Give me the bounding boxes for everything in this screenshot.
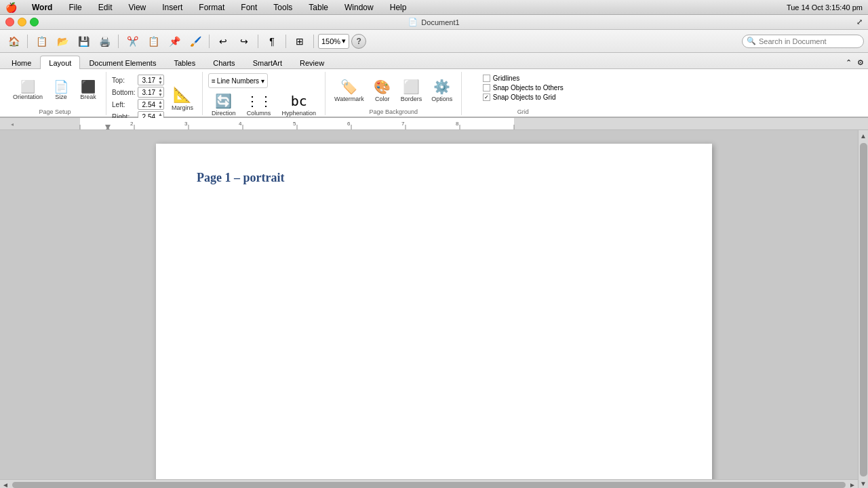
- hscroll-thumb[interactable]: [12, 482, 846, 488]
- copy-btn[interactable]: 📋: [144, 33, 163, 50]
- apple-menu[interactable]: 🍎: [5, 2, 17, 13]
- snap-grid-checkbox[interactable]: ✓: [483, 94, 490, 101]
- bottom-down-spinner[interactable]: ▼: [157, 92, 163, 97]
- hyphenation-btn[interactable]: bc Hyphenation: [279, 91, 320, 119]
- ribbon-prefs-btn[interactable]: ⚙: [856, 57, 865, 68]
- window-controls[interactable]: [5, 18, 39, 26]
- top-down-spinner[interactable]: ▼: [157, 80, 163, 85]
- vertical-scrollbar[interactable]: ▲ ▼: [858, 130, 868, 488]
- ribbon-group-margins: Top: 3.17 ▲ ▼ Bottom:: [106, 72, 203, 115]
- tab-review[interactable]: Review: [291, 56, 333, 69]
- bottom-up-spinner[interactable]: ▲: [157, 87, 163, 92]
- search-box[interactable]: 🔍: [742, 35, 864, 48]
- help-btn[interactable]: ?: [351, 34, 366, 49]
- watermark-btn[interactable]: 🏷️ Watermark: [331, 77, 368, 104]
- menu-tools[interactable]: Tools: [269, 2, 296, 13]
- left-label: Left:: [112, 101, 136, 108]
- color-icon: 🎨: [374, 79, 391, 95]
- options-icon: ⚙️: [433, 79, 450, 95]
- menu-format[interactable]: Format: [195, 2, 229, 13]
- zoom-dropdown-icon[interactable]: ▾: [342, 37, 346, 45]
- menu-font[interactable]: Font: [237, 2, 261, 13]
- ruler: ◂ 2 3 4 5 6 7 8: [0, 118, 868, 130]
- left-up-spinner[interactable]: ▲: [157, 100, 163, 104]
- watermark-icon: 🏷️: [340, 79, 357, 95]
- menu-edit[interactable]: Edit: [94, 2, 117, 13]
- options-btn[interactable]: ⚙️ Options: [428, 77, 456, 104]
- document-page[interactable]: Page 1 – portrait: [156, 144, 712, 488]
- menu-help[interactable]: Help: [386, 2, 411, 13]
- collapse-ribbon-btn[interactable]: ⌃: [844, 57, 853, 68]
- direction-icon: 🔄: [215, 93, 232, 109]
- indent-btn[interactable]: ⊞: [290, 33, 309, 50]
- orientation-btn[interactable]: ⬜ Orientation: [9, 79, 46, 102]
- scroll-right-btn[interactable]: ►: [847, 479, 858, 489]
- columns-btn[interactable]: ⋮⋮ Columns: [242, 91, 276, 119]
- search-input[interactable]: [759, 37, 854, 45]
- document-title: Document1: [421, 18, 459, 26]
- line-numbers-btn[interactable]: ≡ Line Numbers ▾: [208, 73, 268, 88]
- menu-file[interactable]: File: [64, 2, 85, 13]
- color-btn[interactable]: 🎨 Color: [370, 77, 395, 104]
- scroll-down-btn[interactable]: ▼: [858, 478, 868, 488]
- break-btn[interactable]: ⬛ Break: [76, 79, 100, 102]
- open-btn[interactable]: 📂: [53, 33, 72, 50]
- left-down-spinner[interactable]: ▼: [157, 104, 163, 109]
- tab-layout[interactable]: Layout: [40, 56, 80, 69]
- top-margin-row: Top: 3.17 ▲ ▼: [112, 75, 164, 85]
- search-icon: 🔍: [747, 37, 756, 45]
- scroll-thumb[interactable]: [860, 143, 867, 476]
- margins-btn[interactable]: 📐 Margins: [168, 84, 197, 113]
- scroll-up-btn[interactable]: ▲: [858, 130, 868, 142]
- cut-btn[interactable]: ✂️: [123, 33, 142, 50]
- menu-insert[interactable]: Insert: [158, 2, 186, 13]
- undo-btn[interactable]: ↩: [214, 33, 233, 50]
- top-up-spinner[interactable]: ▲: [157, 75, 163, 80]
- maximize-button[interactable]: [30, 18, 39, 26]
- home-btn[interactable]: 🏠: [4, 33, 23, 50]
- bottom-margin-input[interactable]: 3.17 ▲ ▼: [138, 87, 164, 98]
- scroll-left-btn[interactable]: ◄: [0, 479, 11, 489]
- save-btn[interactable]: 💾: [74, 33, 93, 50]
- new-btn[interactable]: 📋: [32, 33, 51, 50]
- top-margin-input[interactable]: 3.17 ▲ ▼: [138, 75, 164, 85]
- menu-word[interactable]: Word: [28, 2, 56, 13]
- right-up-spinner[interactable]: ▲: [157, 112, 163, 117]
- tab-smartart[interactable]: SmartArt: [244, 56, 291, 69]
- horizontal-scrollbar[interactable]: ◄ ►: [0, 479, 858, 488]
- close-button[interactable]: [5, 18, 14, 26]
- menu-view[interactable]: View: [124, 2, 150, 13]
- menu-table[interactable]: Table: [304, 2, 332, 13]
- window-resize-btn[interactable]: ⤢: [856, 18, 863, 26]
- paste-btn[interactable]: 📌: [165, 33, 184, 50]
- format-painter-btn[interactable]: 🖌️: [186, 33, 205, 50]
- ribbon-group-page-background: 🏷️ Watermark 🎨 Color ⬜ Borders ⚙️ Option…: [326, 72, 462, 115]
- print-btn[interactable]: 🖨️: [95, 33, 114, 50]
- title-bar: 📄 Document1 ⤢: [0, 15, 868, 30]
- tab-home[interactable]: Home: [3, 56, 40, 69]
- left-margin-input[interactable]: 2.54 ▲ ▼: [138, 99, 164, 110]
- ribbon-group-grid: Gridlines Snap Objects to Others ✓ Snap …: [462, 72, 584, 115]
- text-layout-controls: ≡ Line Numbers ▾ 🔄 Direction ⋮⋮ Columns …: [208, 72, 319, 119]
- ribbon-group-page-setup: ⬜ Orientation 📄 Size ⬛ Break Page Setup: [4, 72, 106, 115]
- redo-btn[interactable]: ↪: [235, 33, 254, 50]
- margins-controls: Top: 3.17 ▲ ▼ Bottom:: [112, 72, 197, 122]
- grid-label: Grid: [517, 107, 529, 115]
- size-btn[interactable]: 📄 Size: [49, 79, 73, 102]
- gridlines-checkbox[interactable]: [483, 75, 490, 82]
- zoom-box[interactable]: 150% ▾: [318, 34, 349, 49]
- top-value: 3.17: [138, 77, 157, 84]
- tab-document-elements[interactable]: Document Elements: [80, 56, 165, 69]
- svg-text:3: 3: [184, 121, 188, 127]
- zoom-value: 150%: [321, 37, 340, 45]
- minimize-button[interactable]: [18, 18, 26, 26]
- direction-btn[interactable]: 🔄 Direction: [208, 91, 239, 119]
- page-setup-controls: ⬜ Orientation 📄 Size ⬛ Break: [9, 72, 100, 107]
- menu-window[interactable]: Window: [340, 2, 378, 13]
- gridlines-row: Gridlines: [483, 75, 564, 82]
- borders-btn[interactable]: ⬜ Borders: [397, 77, 426, 104]
- tab-charts[interactable]: Charts: [204, 56, 243, 69]
- pilcrow-btn[interactable]: ¶: [262, 33, 281, 50]
- tab-tables[interactable]: Tables: [165, 56, 204, 69]
- snap-others-checkbox[interactable]: [483, 84, 490, 92]
